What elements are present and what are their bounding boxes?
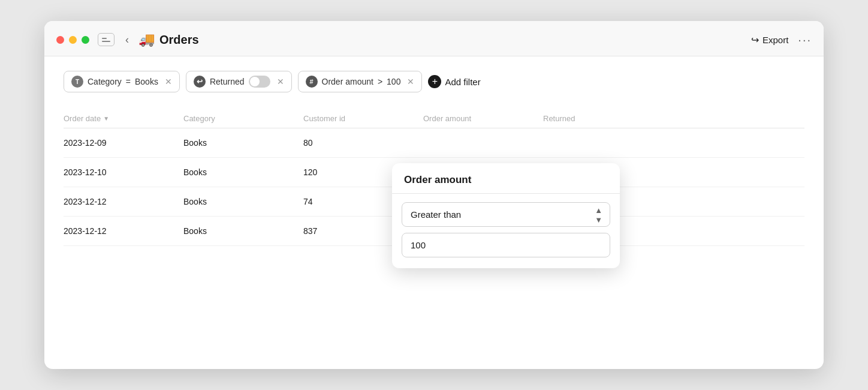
returned-field: Returned	[210, 77, 245, 86]
cell-category: Books	[183, 226, 303, 236]
add-filter-label: Add filter	[445, 77, 480, 87]
filter-chip-order-amount[interactable]: # Order amount > 100 ✕	[298, 71, 423, 92]
operator-select-wrap: Greater than Less than Equal to Not equa…	[402, 202, 610, 227]
titlebar: ‹ 🚚 Orders ↪ Export ···	[44, 21, 824, 56]
operator-select[interactable]: Greater than Less than Equal to Not equa…	[402, 203, 610, 226]
cell-returned	[543, 138, 663, 148]
order-amount-operator: >	[378, 77, 382, 86]
filter-chip-category[interactable]: T Category = Books ✕	[64, 71, 180, 92]
header-customer-id[interactable]: Customer id	[303, 114, 423, 123]
header-category[interactable]: Category	[183, 114, 303, 123]
cell-order-date: 2023-12-12	[64, 226, 183, 236]
export-button[interactable]: ↪ Export	[751, 34, 788, 46]
order-amount-field: Order amount	[322, 77, 373, 86]
add-filter-icon: +	[428, 75, 441, 88]
sort-icon: ▼	[103, 115, 109, 122]
category-close-icon[interactable]: ✕	[165, 77, 172, 86]
cell-customer-id: 80	[303, 138, 423, 148]
export-icon: ↪	[751, 34, 759, 46]
cell-order-date: 2023-12-10	[64, 167, 183, 177]
page-icon: 🚚	[138, 32, 155, 47]
popover-body: Greater than Less than Equal to Not equa…	[392, 194, 620, 268]
maximize-button[interactable]	[82, 36, 89, 44]
header-order-amount[interactable]: Order amount	[423, 114, 543, 123]
order-amount-icon: #	[306, 76, 318, 88]
cell-category: Books	[183, 167, 303, 177]
sidebar-toggle-button[interactable]	[98, 33, 114, 46]
header-customer-id-label: Customer id	[303, 114, 345, 123]
returned-close-icon[interactable]: ✕	[277, 77, 284, 86]
traffic-lights	[56, 36, 89, 44]
sidebar-toggle-icon	[102, 38, 110, 42]
returned-icon: ↩	[194, 76, 206, 88]
content-area: T Category = Books ✕ ↩ Returned ✕ # Orde…	[44, 56, 824, 260]
category-operator: =	[126, 77, 131, 86]
order-amount-close-icon[interactable]: ✕	[407, 77, 414, 86]
order-amount-value: 100	[387, 77, 400, 86]
add-filter-button[interactable]: + Add filter	[428, 75, 480, 88]
cell-category: Books	[183, 197, 303, 206]
popover-title: Order amount	[404, 174, 471, 185]
main-window: ‹ 🚚 Orders ↪ Export ··· T Category = Boo…	[44, 21, 824, 369]
category-icon: T	[71, 76, 83, 88]
header-order-amount-label: Order amount	[423, 114, 471, 123]
cell-category: Books	[183, 138, 303, 148]
export-label: Export	[762, 35, 788, 45]
filter-bar: T Category = Books ✕ ↩ Returned ✕ # Orde…	[64, 71, 804, 92]
more-button[interactable]: ···	[798, 33, 812, 47]
back-button[interactable]: ‹	[122, 32, 132, 47]
category-value: Books	[135, 77, 158, 86]
cell-order-date: 2023-12-12	[64, 197, 183, 206]
category-field: Category	[88, 77, 122, 86]
cell-order-amount	[423, 138, 543, 148]
amount-input[interactable]	[402, 233, 610, 257]
header-order-date[interactable]: Order date ▼	[64, 114, 183, 123]
minimize-button[interactable]	[69, 36, 77, 44]
header-order-date-label: Order date	[64, 114, 101, 123]
table-header: Order date ▼ Category Customer id Order …	[64, 109, 804, 128]
close-button[interactable]	[56, 36, 64, 44]
header-returned[interactable]: Returned	[543, 114, 663, 123]
returned-toggle[interactable]	[249, 76, 270, 88]
order-amount-popover: Order amount Greater than Less than Equa…	[392, 163, 620, 268]
header-category-label: Category	[183, 114, 215, 123]
filter-chip-returned[interactable]: ↩ Returned ✕	[186, 71, 292, 92]
titlebar-actions: ↪ Export ···	[751, 33, 812, 47]
table-row: 2023-12-09 Books 80	[64, 128, 804, 158]
popover-header: Order amount	[392, 163, 620, 194]
page-title: Orders	[159, 33, 199, 47]
cell-order-date: 2023-12-09	[64, 138, 183, 148]
header-returned-label: Returned	[543, 114, 575, 123]
